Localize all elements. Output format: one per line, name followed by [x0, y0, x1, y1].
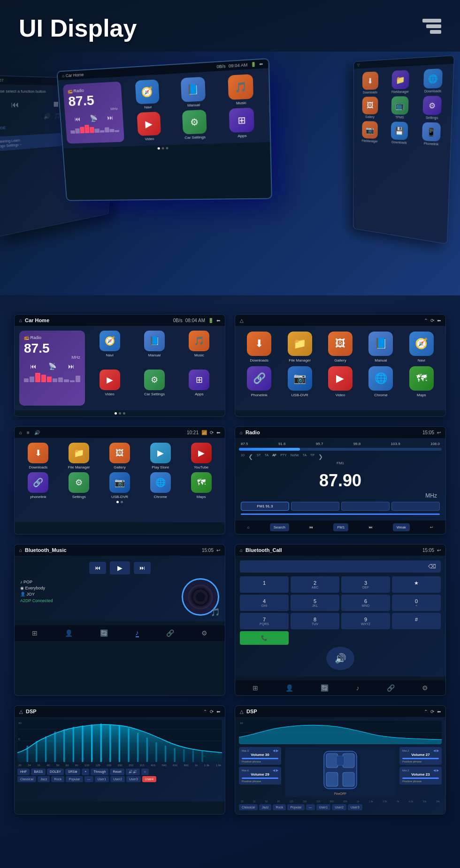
- dsp-preset-rock[interactable]: Rock: [51, 776, 64, 782]
- bt-next-btn[interactable]: ⏭: [134, 562, 151, 574]
- dsp-preset-popular[interactable]: Popular: [66, 776, 83, 782]
- bt-play-btn[interactable]: ▶: [110, 561, 130, 574]
- bt-tab-refresh[interactable]: 🔄: [100, 629, 108, 637]
- dsp-preset-user2[interactable]: User2: [110, 776, 125, 782]
- radio-fm1-btn[interactable]: FM1: [333, 523, 348, 531]
- dsp-car-rock[interactable]: Rock: [273, 804, 286, 810]
- launcher-youtube[interactable]: ▶ YouTube: [182, 443, 220, 469]
- dsp-vol-mst2b[interactable]: Mst.2 ◀ ▶ Volume 23 Positive phrase: [399, 767, 442, 785]
- numpad-6[interactable]: 6MNO: [341, 595, 390, 611]
- btc-tab-user[interactable]: 👤: [285, 684, 293, 692]
- dsp-vol-mat0[interactable]: Mat.0 ◀ ▶ Volume 30 Positive phrase: [239, 747, 281, 765]
- app-filemanager[interactable]: 📁 File Manager: [281, 332, 318, 362]
- bt-tab-grid[interactable]: ⊞: [32, 629, 38, 637]
- launcher-chrome[interactable]: 🌐 Chrome: [141, 472, 179, 499]
- dsp-preset-classical[interactable]: Classical: [17, 776, 36, 782]
- dsp-car-user2[interactable]: User2: [332, 804, 346, 810]
- radio-home-btn[interactable]: ⌂: [247, 525, 250, 529]
- backspace-icon[interactable]: ⌫: [428, 563, 436, 570]
- launcher-usbdvr[interactable]: 📷 USB-DVR: [101, 472, 139, 499]
- call-input-field[interactable]: ⌫: [240, 560, 441, 573]
- launcher-phonelink[interactable]: 🔗 phonelink: [19, 472, 57, 499]
- app-item-navi[interactable]: 🧭 Navi: [89, 331, 130, 367]
- dsp-preset-jazz[interactable]: Jazz: [38, 776, 50, 782]
- radio-back-btn[interactable]: ↩: [430, 525, 433, 529]
- app-usbdvr[interactable]: 📷 USB-DVR: [281, 366, 318, 397]
- saved-station-4[interactable]: [391, 502, 440, 511]
- next-track-icon[interactable]: ⏭: [68, 362, 75, 370]
- dsp-car-user3[interactable]: User3: [348, 804, 362, 810]
- numpad-2[interactable]: 2ABC: [291, 576, 339, 593]
- nav-prev-icon[interactable]: ❮: [248, 453, 253, 460]
- numpad-4[interactable]: 4GHI: [240, 595, 289, 611]
- bt-tab-user[interactable]: 👤: [65, 629, 73, 637]
- numpad-0plus[interactable]: 0+: [392, 595, 441, 611]
- bt-prev-btn[interactable]: ⏮: [89, 562, 106, 574]
- app-chrome[interactable]: 🌐 Chrome: [362, 366, 399, 397]
- radio-search-btn[interactable]: Search: [270, 523, 289, 531]
- dsp-car-popular[interactable]: Popular: [287, 804, 304, 810]
- numpad-7[interactable]: 7PQRS: [240, 613, 289, 629]
- app-item-apps[interactable]: ⊞ Apps: [178, 370, 220, 406]
- dsp-circle-btn[interactable]: ○: [141, 769, 149, 775]
- dsp-preset-user3[interactable]: User3: [126, 776, 141, 782]
- app-gallery[interactable]: 🖼 Gallery: [322, 332, 359, 362]
- btc-tab-link[interactable]: 🔗: [387, 684, 395, 692]
- dsp-reset-btn[interactable]: Reset: [110, 769, 124, 775]
- dsp-car-dash[interactable]: —: [306, 804, 315, 810]
- app-item-settings[interactable]: ⚙ Car Settings: [133, 370, 175, 406]
- numpad-5[interactable]: 5JKL: [291, 595, 339, 611]
- launcher-downloads[interactable]: ⬇ Downloads: [19, 443, 57, 469]
- dsp-car-jazz[interactable]: Jazz: [259, 804, 271, 810]
- dsp-car-classical[interactable]: Classical: [239, 804, 258, 810]
- signal-icon[interactable]: 📡: [48, 362, 56, 370]
- radio-next-btn[interactable]: ⏭: [369, 525, 373, 529]
- prev-track-icon[interactable]: ⏮: [30, 362, 37, 370]
- dsp-preset-user4[interactable]: User4: [142, 776, 157, 782]
- radio-widget[interactable]: 📻 Radio 87.5 MHz ⏮ 📡 ⏭: [19, 331, 85, 406]
- app-manual[interactable]: 📘 Manual: [362, 332, 399, 362]
- app-video[interactable]: ▶ Video: [322, 366, 359, 397]
- dsp-preset-user1[interactable]: User1: [95, 776, 109, 782]
- numpad-9[interactable]: 9WXYZ: [341, 613, 390, 629]
- saved-station-2[interactable]: [291, 502, 339, 511]
- launcher-playstore[interactable]: ▶ Play Store: [141, 443, 179, 469]
- dsp-speaker-btn[interactable]: 🔊🔊: [126, 769, 140, 775]
- app-item-video[interactable]: ▶ Video: [89, 370, 130, 406]
- numpad-star[interactable]: ★: [392, 576, 441, 593]
- dsp-vol-mst2a[interactable]: Mst.2 ◀ ▶ Volume 27 Positive phrase: [399, 747, 442, 765]
- btc-tab-music[interactable]: ♪: [356, 684, 360, 692]
- app-item-music[interactable]: 🎵 Music: [178, 331, 220, 367]
- app-item-manual[interactable]: 📘 Manual: [133, 331, 175, 367]
- dsp-through-btn[interactable]: Through: [91, 769, 108, 775]
- numpad-call[interactable]: 📞: [240, 631, 289, 645]
- app-maps[interactable]: 🗺 Maps: [403, 366, 440, 397]
- dsp-vol-mat6[interactable]: Mat.6 ◀ ▶ Volume 29 Positive phrase: [239, 767, 281, 785]
- radio-prev-btn[interactable]: ⏮: [309, 525, 313, 529]
- dsp-dolby-btn[interactable]: DOLBY: [47, 769, 64, 775]
- app-phonelink[interactable]: 🔗 Phonelink: [241, 366, 277, 397]
- saved-station-1[interactable]: FM1 91.3: [241, 502, 289, 511]
- saved-station-3[interactable]: [341, 502, 390, 511]
- app-navi[interactable]: 🧭 Navi: [403, 332, 440, 362]
- bt-tab-link[interactable]: 🔗: [166, 629, 174, 637]
- launcher-gallery[interactable]: 🖼 Gallery: [101, 443, 139, 469]
- numpad-hash[interactable]: #: [392, 613, 441, 629]
- btc-tab-settings[interactable]: ⚙: [422, 684, 428, 692]
- nav-next-icon[interactable]: ❯: [318, 453, 323, 460]
- dsp-bass-btn[interactable]: BASS: [31, 769, 46, 775]
- bt-tab-settings[interactable]: ⚙: [201, 629, 207, 637]
- launcher-filemanager[interactable]: 📁 File Manager: [60, 443, 98, 469]
- dsp-preset-dash[interactable]: —: [84, 776, 93, 782]
- dsp-srs-btn[interactable]: SRS⊕: [65, 769, 80, 775]
- radio-weak-btn[interactable]: Weak: [393, 523, 410, 531]
- launcher-settings[interactable]: ⚙ Settings: [60, 472, 98, 499]
- launcher-maps[interactable]: 🗺 Maps: [182, 472, 220, 499]
- bt-tab-music[interactable]: ♪: [136, 629, 139, 637]
- dsp-plus-btn[interactable]: +: [82, 769, 89, 775]
- app-downloads[interactable]: ⬇ Downloads: [241, 332, 277, 362]
- dsp-hhf-btn[interactable]: HHF: [17, 769, 30, 775]
- btc-tab-refresh[interactable]: 🔄: [321, 684, 329, 692]
- dsp-car-user1[interactable]: User1: [316, 804, 331, 810]
- numpad-3[interactable]: 3DEF: [341, 576, 390, 593]
